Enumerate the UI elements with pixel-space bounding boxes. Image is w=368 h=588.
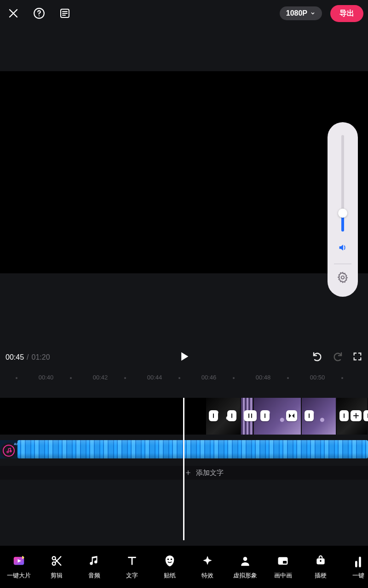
plus-icon [185,469,191,476]
edit-icon [50,554,63,568]
marker-badge[interactable] [305,410,314,421]
ruler-tick: 00:44 [144,374,198,381]
export-label: 导出 [339,9,354,17]
add-clip-badge[interactable] [351,410,362,421]
ruler-dot [178,377,180,379]
audio-waveform[interactable] [17,440,368,458]
speaker-icon[interactable] [338,243,348,254]
ruler-label: 00:40 [35,374,57,381]
tool-label: 插梗 [315,571,327,580]
svg-rect-8 [264,413,265,418]
fullscreen-icon[interactable] [352,351,362,363]
ruler-tick: 00:48 [252,374,306,381]
ruler-tick: 00:40 [35,374,89,381]
onekey2-icon [354,554,363,568]
tool-label: 画中画 [274,571,292,580]
gear-icon[interactable] [337,271,349,285]
volume-slider[interactable] [341,135,344,232]
playhead[interactable] [183,398,184,540]
tool-label: 音频 [88,571,100,580]
tool-label: 一键 [352,571,364,580]
tool-pip[interactable]: 画中画 [264,554,302,580]
volume-panel [328,122,358,297]
tool-label: 文字 [126,571,138,580]
volume-thumb[interactable] [338,209,347,218]
marker-badge[interactable] [339,410,349,421]
text-icon [126,554,138,568]
ruler-label: 00:44 [144,374,166,381]
close-icon[interactable] [5,5,22,22]
redo-icon[interactable] [332,351,343,364]
svg-point-17 [167,559,169,560]
ruler-dot [341,377,343,379]
ruler-tick: 8 [0,374,35,381]
tool-meme[interactable]: 插梗 [302,554,339,580]
ai-tag: AI [14,442,17,446]
svg-rect-9 [309,413,310,418]
svg-rect-7 [251,413,252,418]
ruler-dot [124,377,126,379]
bottom-toolbar: 一键大片剪辑音频文字贴纸特效虚拟形象画中画插梗一键 [0,546,368,588]
time-ruler[interactable]: 800:4000:4200:4400:4600:4800:500 [0,371,368,385]
tool-avatar[interactable]: 虚拟形象 [226,554,264,580]
empty-clip [0,398,183,435]
tool-audio[interactable]: 音频 [75,554,113,580]
avatar-icon [239,554,251,568]
tool-onekey2[interactable]: 一键 [339,554,368,580]
fx-icon [201,554,213,568]
svg-rect-10 [344,413,345,418]
tool-label: 贴纸 [164,571,176,580]
marker-badge[interactable] [244,410,257,421]
ruler-label: 00:46 [198,374,220,381]
current-time: 00:45 [6,353,24,362]
audio-icon [88,554,100,568]
tool-fx[interactable]: 特效 [189,554,226,580]
svg-point-19 [243,557,247,561]
ruler-label: 0 [361,374,368,381]
svg-point-3 [341,276,345,279]
ruler-dot [70,377,72,379]
marker-badge[interactable] [260,410,270,421]
tool-label: 一键大片 [7,571,31,580]
divider [334,264,351,264]
ruler-label: 00:50 [306,374,328,381]
tool-text[interactable]: 文字 [113,554,151,580]
pip-icon [276,554,289,568]
svg-rect-23 [355,561,357,567]
ruler-tick: 00:50 [306,374,361,381]
svg-rect-4 [213,413,214,418]
ruler-dot [233,377,235,379]
marker-badge[interactable] [363,410,368,421]
list-icon[interactable] [56,5,74,22]
sticker-icon [163,554,176,568]
meme-icon [315,554,327,568]
ruler-label: 00:42 [89,374,111,381]
video-preview[interactable] [0,71,368,273]
svg-rect-21 [283,561,287,564]
tool-edit[interactable]: 剪辑 [38,554,75,580]
ruler-dot [16,377,17,379]
tool-onekey[interactable]: 一键大片 [0,554,38,580]
export-button[interactable]: 导出 [330,5,363,22]
marker-badge[interactable] [209,410,218,421]
marker-badge[interactable] [227,410,236,421]
tool-sticker[interactable]: 贴纸 [151,554,189,580]
chevron-down-icon [310,11,316,16]
help-icon[interactable] [30,5,48,22]
onekey-icon [12,554,26,568]
tool-label: 特效 [201,571,213,580]
resolution-selector[interactable]: 1080P [280,6,322,20]
tool-label: 虚拟形象 [233,571,257,580]
play-button[interactable] [178,350,190,365]
ruler-label: 8 [0,374,3,381]
transition-badge[interactable] [286,410,297,421]
tool-label: 剪辑 [51,571,63,580]
ruler-tick: 0 [361,374,368,381]
svg-rect-6 [248,413,249,418]
timeline[interactable]: AI 添加文字 [0,398,368,540]
total-duration: 01:20 [32,353,50,362]
svg-point-18 [171,559,172,560]
ai-music-button[interactable]: AI [1,443,17,458]
undo-icon[interactable] [312,351,323,364]
ruler-label: 00:48 [252,374,274,381]
